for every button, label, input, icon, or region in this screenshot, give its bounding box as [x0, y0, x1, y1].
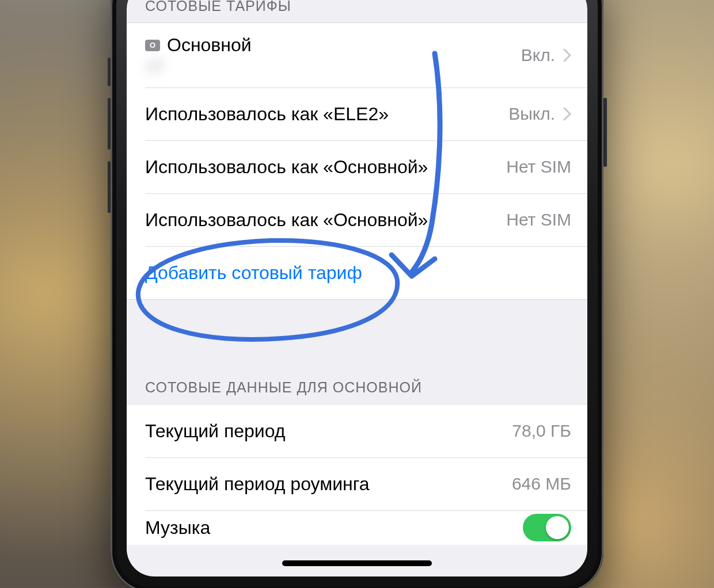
add-plan-label: Добавить сотовый тариф — [145, 262, 571, 284]
sim-badge-icon: О — [145, 40, 160, 51]
plan-title: Использовалось как «Основной» — [145, 156, 497, 178]
plan-title: Основной — [167, 35, 252, 56]
data-row-title: Текущий период — [145, 421, 503, 442]
data-row-roaming-period[interactable]: Текущий период роуминга 646 МБ — [127, 457, 587, 510]
plan-row-used-primary-1[interactable]: Использовалось как «Основной» Нет SIM — [127, 140, 587, 193]
plan-row-used-primary-2[interactable]: Использовалось как «Основной» Нет SIM — [127, 193, 587, 246]
data-row-music[interactable]: Музыка — [127, 510, 587, 545]
toggle-switch[interactable] — [523, 514, 571, 541]
data-row-value: 78,0 ГБ — [512, 421, 571, 441]
phone-frame: СОТОВЫЕ ТАРИФЫ О Основной +7 Вкл. — [111, 0, 603, 588]
data-row-title: Музыка — [145, 517, 514, 539]
plan-title: Использовалось как «ELE2» — [145, 104, 499, 125]
screen: СОТОВЫЕ ТАРИФЫ О Основной +7 Вкл. — [127, 0, 587, 576]
plan-status: Нет SIM — [506, 157, 571, 177]
section-header-data: СОТОВЫЕ ДАННЫЕ ДЛЯ ОСНОВНОЙ — [127, 363, 587, 404]
plan-row-primary[interactable]: О Основной +7 Вкл. — [127, 22, 587, 87]
section-header-plans: СОТОВЫЕ ТАРИФЫ — [127, 0, 587, 22]
add-cellular-plan-button[interactable]: Добавить сотовый тариф — [127, 246, 587, 300]
chevron-right-icon — [563, 48, 571, 62]
chevron-right-icon — [563, 107, 571, 121]
data-row-title: Текущий период роуминга — [145, 474, 503, 495]
plan-status: Вкл. — [521, 45, 555, 65]
plan-status: Выкл. — [508, 104, 555, 124]
data-row-current-period[interactable]: Текущий период 78,0 ГБ — [127, 404, 587, 457]
plan-title: Использовалось как «Основной» — [145, 209, 497, 231]
plan-status: Нет SIM — [506, 210, 571, 230]
home-indicator[interactable] — [282, 560, 432, 566]
plan-phone-number: +7 — [145, 58, 512, 76]
data-row-value: 646 МБ — [512, 474, 571, 494]
plan-row-ele2[interactable]: Использовалось как «ELE2» Выкл. — [127, 87, 587, 140]
